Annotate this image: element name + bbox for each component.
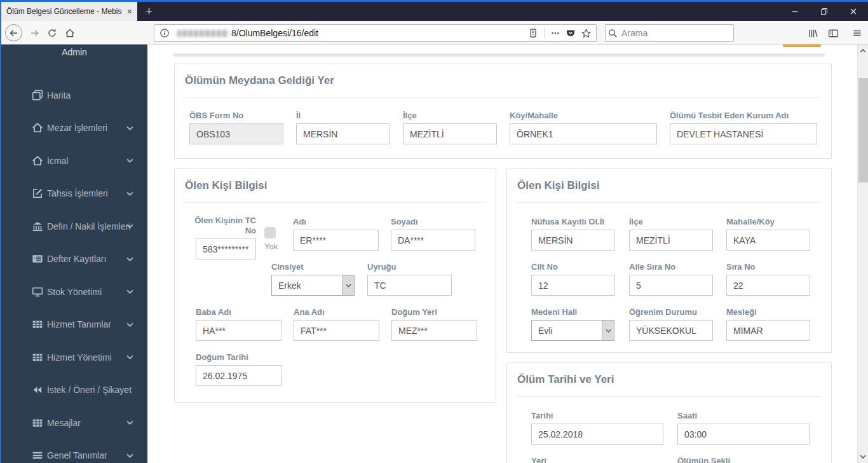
ana-adi-input[interactable] [294, 320, 379, 341]
forward-button[interactable] [25, 24, 43, 42]
vertical-scrollbar[interactable] [857, 45, 868, 463]
window-close-button[interactable] [839, 2, 868, 21]
reload-button[interactable] [43, 24, 61, 42]
url-text[interactable]: 8/OlumBelgesi/16/edit [231, 28, 318, 38]
kurum-adi-input[interactable] [670, 123, 817, 144]
backward-icon [32, 384, 43, 396]
sidebar-item-stok-yonetimi[interactable]: Stok Yönetimi [1, 275, 147, 308]
tc-yok-label: Yok [264, 242, 278, 251]
dogum-yeri-input[interactable] [391, 320, 477, 341]
sidebar-item-mezar-islemleri[interactable]: Mezar İşlemleri [1, 112, 147, 145]
scroll-up-button[interactable] [858, 46, 868, 56]
chevron-down-icon [126, 453, 133, 458]
tab-close-icon[interactable]: × [127, 6, 132, 17]
tc-yok-checkbox[interactable] [264, 227, 276, 238]
obs-form-no-label: ÖBS Form No [189, 111, 283, 121]
pocket-icon[interactable] [563, 25, 578, 41]
ogrenim-durumu-label: Öğrenim Durumu [629, 307, 713, 317]
sidebar-item-tahsis-islemleri[interactable]: Tahsis İşlemleri [1, 177, 147, 211]
panel-olen-kisi-bilgisi-nufus: Ölen Kişi Bilgisi Nüfusa Kayıtlı Ol.İl İ… [506, 169, 832, 353]
sidebar-item-mesajlar[interactable]: Mesajlar [1, 406, 147, 439]
search-input[interactable] [621, 28, 736, 38]
mahalle-koy-input[interactable] [726, 230, 810, 251]
search-bar[interactable] [605, 24, 734, 42]
il-input[interactable] [296, 123, 390, 144]
menu-button[interactable] [848, 24, 866, 42]
meslegi-input[interactable] [726, 320, 810, 341]
mahalle-koy-label: Mahalle/Köy [726, 217, 810, 227]
sidebar-item-label: Mezar İşlemleri [47, 123, 107, 133]
adi-input[interactable] [293, 230, 379, 251]
sidebars-button[interactable] [824, 24, 842, 42]
sidebar-item-genel-tanimlar[interactable]: Genel Tanımlar [1, 439, 147, 463]
browser-toolbar: 8/OlumBelgesi/16/edit [1, 21, 868, 45]
cilt-no-input[interactable] [531, 275, 615, 296]
page-actions-icon[interactable] [548, 25, 563, 41]
site-info-icon[interactable] [157, 25, 172, 41]
saati-input[interactable] [677, 424, 810, 445]
medeni-hali-select[interactable]: Evli [531, 320, 614, 341]
browser-tab[interactable]: Ölüm Belgesi Güncelleme - Mebis × [1, 2, 137, 21]
ilce-input[interactable] [403, 123, 497, 144]
scrollbar-thumb[interactable] [858, 78, 868, 183]
nufus-ilce-input[interactable] [629, 230, 713, 251]
panel-divider [185, 97, 821, 98]
window-restore-button[interactable] [810, 2, 839, 21]
table-icon [32, 319, 43, 330]
sidebar-item-icmal[interactable]: İcmal [1, 144, 147, 177]
sidebar-item-hizmet-tanimlar[interactable]: Hizmet Tanımlar [1, 308, 147, 342]
panel-title: Ölen Kişi Bilgisi [517, 179, 599, 192]
baba-adi-input[interactable] [196, 320, 281, 341]
url-bar[interactable]: 8/OlumBelgesi/16/edit [154, 24, 597, 42]
home-button[interactable] [61, 24, 79, 42]
window-minimize-button[interactable] [780, 2, 810, 21]
olumun-sekli-label: Ölümün Şekli [677, 456, 810, 463]
uyrugu-label: Uyruğu [367, 262, 452, 272]
kurum-adi-label: Ölümü Tesbit Eden Kurum Adı [670, 111, 817, 121]
medeni-hali-label: Medeni Hali [531, 307, 614, 317]
cilt-no-label: Cilt No [531, 262, 615, 272]
aile-sira-no-input[interactable] [629, 275, 713, 296]
bank-icon [32, 221, 43, 232]
sidebar-item-defter-kayitlari[interactable]: Defter Kayıtları [1, 243, 147, 276]
panel-olen-kisi-bilgisi: Ölen Kişi Bilgisi Ölen Kişinin TC No Yok… [174, 169, 496, 403]
uyrugu-input[interactable] [367, 275, 452, 296]
soyadi-label: Soyadı [391, 217, 475, 227]
library-button[interactable] [804, 24, 822, 42]
bookmark-star-icon[interactable] [578, 25, 593, 41]
sidebar-item-harita[interactable]: Harita [1, 79, 147, 112]
saati-label: Saati [677, 411, 810, 421]
soyadi-input[interactable] [391, 230, 475, 251]
scroll-down-button[interactable] [858, 452, 868, 462]
tab-bar: Ölüm Belgesi Güncelleme - Mebis × + [1, 2, 868, 21]
sidebar-item-label: Defin / Nakil İşlemleri [47, 221, 130, 232]
clipped-orange-button[interactable] [783, 45, 821, 47]
ogrenim-durumu-input[interactable] [629, 320, 713, 341]
chevron-down-icon [126, 322, 133, 327]
back-button[interactable] [5, 24, 22, 41]
obs-form-no-input[interactable] [189, 123, 283, 144]
koy-mahalle-input[interactable] [510, 123, 657, 144]
nufus-il-label: Nüfusa Kayıtlı Ol.İl [531, 217, 615, 227]
sidebar-item-hizmet-yonetimi[interactable]: Hizmet Yönetimi [1, 341, 147, 374]
sidebar-item-istek-oneri-sikayet[interactable]: İstek / Öneri / Şikayet [1, 374, 147, 407]
sidebar-item-defin-nakil[interactable]: Defin / Nakil İşlemleri [1, 210, 147, 243]
dogum-tarihi-input[interactable] [196, 365, 281, 386]
sidebar-item-label: Stok Yönetimi [47, 287, 102, 297]
sidebar-item-label: Hizmet Tanımlar [47, 319, 111, 329]
reader-mode-icon[interactable] [526, 25, 541, 41]
sira-no-input[interactable] [726, 275, 810, 296]
chevron-down-icon [126, 126, 133, 130]
new-tab-button[interactable]: + [137, 2, 161, 21]
tarihi-input[interactable] [531, 424, 663, 445]
sidebars-icon [828, 28, 839, 39]
nufus-il-input[interactable] [531, 230, 615, 251]
cinsiyet-select[interactable]: Erkek [271, 275, 355, 296]
restore-icon [820, 8, 828, 15]
content-top-divider [173, 53, 825, 57]
tc-no-input[interactable] [196, 238, 256, 259]
search-icon [608, 25, 618, 41]
home-icon [32, 122, 43, 134]
chevron-down-icon [126, 420, 133, 425]
sidebar-nav: Harita Mezar İşlemleri İcmal [1, 79, 147, 463]
